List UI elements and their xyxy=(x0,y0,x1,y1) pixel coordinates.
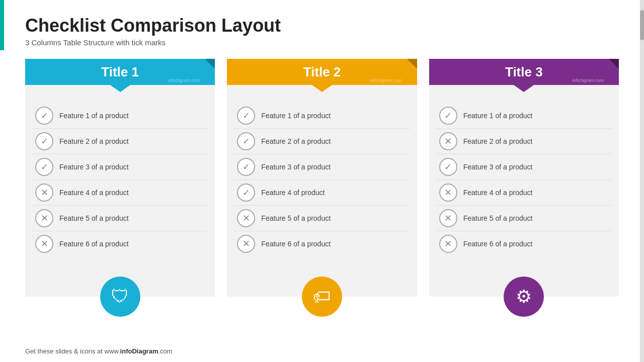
checkmark-symbol: ✓ xyxy=(41,137,48,146)
col2-title: Title 2 xyxy=(303,64,341,80)
check-icon: ✓ xyxy=(439,107,457,125)
feature-text: Feature 6 of a product xyxy=(463,240,533,248)
feature-text: Feature 1 of a product xyxy=(261,112,331,120)
checkmark-symbol: ✓ xyxy=(243,162,250,171)
col3-bottom-icon: ⚙ xyxy=(504,277,544,317)
page-subtitle: 3 Columns Table Structure with tick mark… xyxy=(25,38,619,47)
page-title: Checklist Comparison Layout xyxy=(25,15,619,36)
list-item: ✓Feature 3 of a product xyxy=(234,154,410,180)
crossmark-symbol: ✕ xyxy=(41,188,48,197)
check-icon: ✓ xyxy=(237,107,255,125)
columns-container: Title 1 infoDigram.com ✓Feature 1 of a p… xyxy=(25,59,619,297)
col1-bottom-icon: 🛡 xyxy=(100,277,140,317)
feature-text: Feature 3 of a product xyxy=(463,163,533,171)
crossmark-symbol: ✕ xyxy=(444,239,452,248)
list-item: ✕Feature 4 of a product xyxy=(436,180,612,206)
list-item: ✕Feature 5 of a product xyxy=(436,206,612,231)
check-icon: ✓ xyxy=(35,132,53,150)
check-icon: ✓ xyxy=(237,158,255,176)
col2-features: ✓Feature 1 of a product✓Feature 2 of a p… xyxy=(227,94,417,261)
feature-text: Feature 4 of a product xyxy=(59,189,129,197)
feature-text: Feature 1 of a product xyxy=(463,112,533,120)
col3-header: Title 3 infoDigram.com xyxy=(429,59,619,89)
feature-text: Feature 5 of a product xyxy=(59,214,129,222)
list-item: ✓Feature 1 of a product xyxy=(32,103,208,129)
list-item: ✓Feature 2 of a product xyxy=(234,129,410,154)
check-icon: ✓ xyxy=(439,158,457,176)
col2-icon-tag: 🏷 xyxy=(313,286,331,307)
cross-icon: ✕ xyxy=(439,184,457,202)
col3-watermark: infoDigram.com xyxy=(572,78,604,83)
cross-icon: ✕ xyxy=(439,209,457,227)
list-item: ✕Feature 6 of a product xyxy=(234,231,410,256)
checkmark-symbol: ✓ xyxy=(41,111,48,120)
crossmark-symbol: ✕ xyxy=(41,214,48,223)
list-item: ✓Feature 2 of a product xyxy=(32,129,208,154)
cross-icon: ✕ xyxy=(439,235,457,253)
feature-text: Feature 6 of a product xyxy=(261,240,331,248)
list-item: ✕Feature 6 of a product xyxy=(436,231,612,256)
crossmark-symbol: ✕ xyxy=(444,188,452,197)
col3-features: ✓Feature 1 of a product✕Feature 2 of a p… xyxy=(429,94,619,261)
feature-text: Feature 2 of a product xyxy=(261,137,331,145)
col3-title: Title 3 xyxy=(505,64,543,80)
feature-text: Feature 1 of a product xyxy=(59,112,129,120)
check-icon: ✓ xyxy=(237,184,255,202)
footer: Get these slides & icons at www.infoDiag… xyxy=(25,347,173,355)
col2-header-bg: Title 2 infoDigram.com xyxy=(227,59,417,85)
crossmark-symbol: ✕ xyxy=(41,239,48,248)
col3-header-bg: Title 3 infoDigram.com xyxy=(429,59,619,85)
checkmark-symbol: ✓ xyxy=(243,111,250,120)
col1-header-bg: Title 1 infoDigram.com xyxy=(25,59,215,85)
col2-watermark: infoDigram.com xyxy=(370,78,402,83)
col1-icon-shield: 🛡 xyxy=(111,286,129,307)
cross-icon: ✕ xyxy=(237,209,255,227)
feature-text: Feature 2 of a product xyxy=(463,137,533,145)
feature-text: Feature 2 of a product xyxy=(59,137,129,145)
col3-icon-gear: ⚙ xyxy=(516,286,532,307)
feature-text: Feature 4 of a product xyxy=(463,189,533,197)
check-icon: ✓ xyxy=(35,158,53,176)
crossmark-symbol: ✕ xyxy=(444,137,452,146)
list-item: ✓Feature 1 of a product xyxy=(234,103,410,129)
col1-features: ✓Feature 1 of a product✓Feature 2 of a p… xyxy=(25,94,215,261)
column-1: Title 1 infoDigram.com ✓Feature 1 of a p… xyxy=(25,59,215,297)
left-accent xyxy=(0,0,4,50)
list-item: ✕Feature 2 of a product xyxy=(436,129,612,154)
checkmark-symbol: ✓ xyxy=(243,137,250,146)
checkmark-symbol: ✓ xyxy=(444,111,452,120)
column-2: Title 2 infoDigram.com ✓Feature 1 of a p… xyxy=(227,59,417,297)
checkmark-symbol: ✓ xyxy=(41,162,48,171)
crossmark-symbol: ✕ xyxy=(444,214,452,223)
cross-icon: ✕ xyxy=(439,132,457,150)
scrollbar[interactable] xyxy=(640,0,644,362)
crossmark-symbol: ✕ xyxy=(243,239,250,248)
col1-header: Title 1 infoDigram.com xyxy=(25,59,215,89)
checkmark-symbol: ✓ xyxy=(444,162,452,171)
list-item: ✓Feature 3 of a product xyxy=(436,154,612,180)
feature-text: Feature 4 of product xyxy=(261,189,325,197)
scrollbar-thumb[interactable] xyxy=(640,10,644,40)
feature-text: Feature 5 of a product xyxy=(261,214,331,222)
cross-icon: ✕ xyxy=(237,235,255,253)
list-item: ✕Feature 4 of a product xyxy=(32,180,208,206)
checkmark-symbol: ✓ xyxy=(243,188,250,197)
check-icon: ✓ xyxy=(35,107,53,125)
col1-watermark: infoDigram.com xyxy=(168,78,200,83)
footer-brand: infoDiagram xyxy=(120,347,158,355)
list-item: ✓Feature 4 of product xyxy=(234,180,410,206)
feature-text: Feature 3 of a product xyxy=(261,163,331,171)
col2-header: Title 2 infoDigram.com xyxy=(227,59,417,89)
col1-title: Title 1 xyxy=(101,64,139,80)
col2-bottom-icon: 🏷 xyxy=(302,277,342,317)
list-item: ✓Feature 1 of a product xyxy=(436,103,612,129)
list-item: ✕Feature 6 of a product xyxy=(32,231,208,256)
column-3: Title 3 infoDigram.com ✓Feature 1 of a p… xyxy=(429,59,619,297)
list-item: ✕Feature 5 of a product xyxy=(234,206,410,231)
crossmark-symbol: ✕ xyxy=(243,214,250,223)
list-item: ✕Feature 5 of a product xyxy=(32,206,208,231)
feature-text: Feature 5 of a product xyxy=(463,214,533,222)
page: Checklist Comparison Layout 3 Columns Ta… xyxy=(0,0,644,362)
cross-icon: ✕ xyxy=(35,184,53,202)
cross-icon: ✕ xyxy=(35,235,53,253)
